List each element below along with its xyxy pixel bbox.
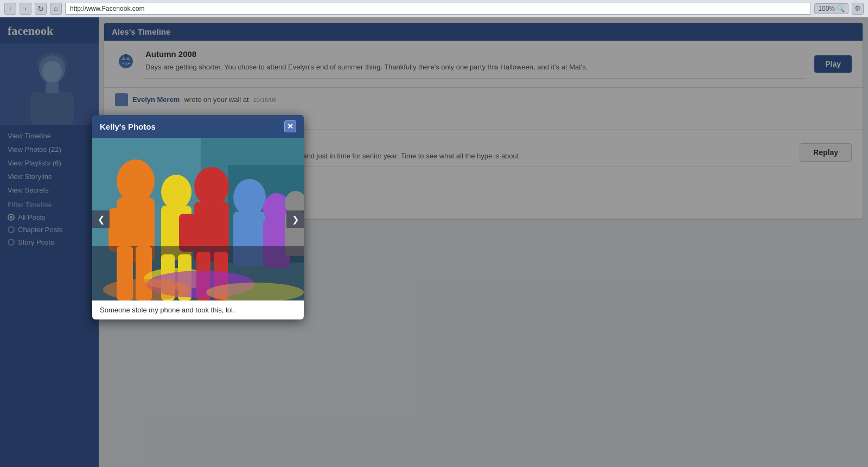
zoom-icon: 🔍 bbox=[837, 5, 845, 12]
zoom-level: 100% 🔍 bbox=[814, 3, 848, 14]
svg-point-40 bbox=[233, 179, 266, 216]
photo-caption: Someone stole my phone and took this, lo… bbox=[92, 300, 304, 319]
browser-chrome: ‹ › ↻ ⌂ http://www.Facenook.com 100% 🔍 ⚙ bbox=[0, 0, 868, 17]
photo-modal-body: ❮ ❯ bbox=[92, 138, 304, 300]
home-button[interactable]: ⌂ bbox=[50, 3, 62, 15]
url-bar[interactable]: http://www.Facenook.com bbox=[65, 3, 811, 15]
svg-point-35 bbox=[161, 175, 192, 209]
refresh-button[interactable]: ↻ bbox=[35, 3, 47, 15]
modal-close-button[interactable]: ✕ bbox=[284, 120, 296, 132]
back-button[interactable]: ‹ bbox=[4, 3, 16, 15]
settings-button[interactable]: ⚙ bbox=[852, 3, 864, 15]
svg-point-55 bbox=[103, 279, 190, 300]
photo-modal-title: Kelly's Photos bbox=[100, 122, 156, 131]
forward-button[interactable]: › bbox=[20, 3, 31, 15]
photo-modal-header: Kelly's Photos ✕ bbox=[92, 115, 304, 138]
app-container: facenook View Timeline bbox=[0, 17, 868, 467]
url-text: http://www.Facenook.com bbox=[70, 5, 144, 12]
svg-rect-39 bbox=[179, 214, 195, 252]
photo-next-button[interactable]: ❯ bbox=[286, 210, 304, 228]
svg-point-32 bbox=[117, 159, 155, 203]
photo-modal: Kelly's Photos ✕ bbox=[92, 115, 304, 319]
svg-point-37 bbox=[194, 167, 229, 206]
photo-prev-button[interactable]: ❮ bbox=[92, 210, 110, 228]
svg-rect-34 bbox=[108, 208, 125, 252]
